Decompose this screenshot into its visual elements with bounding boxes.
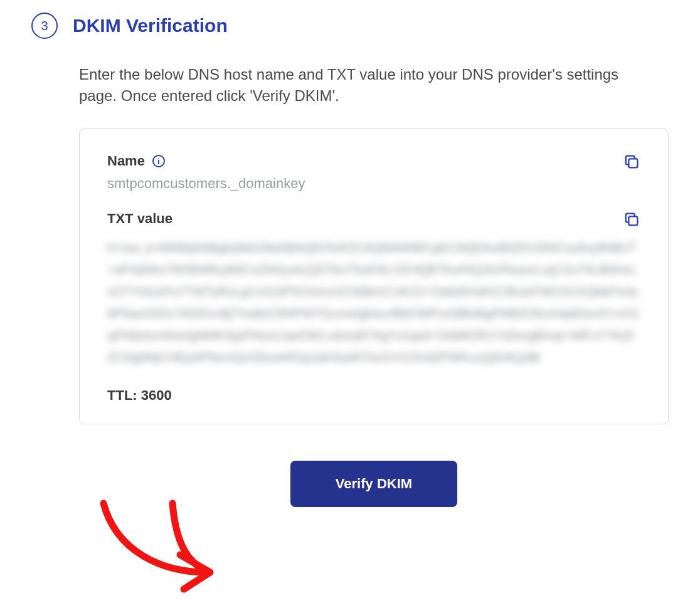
name-label: Name bbox=[107, 153, 145, 169]
ttl-value: 3600 bbox=[141, 387, 172, 403]
info-icon[interactable]: i bbox=[152, 155, 165, 167]
step-title: DKIM Verification bbox=[73, 15, 228, 36]
txt-label: TXT value bbox=[107, 211, 172, 227]
step-header: 3 DKIM Verification bbox=[31, 13, 669, 39]
dns-record-card: Name i smtpcomcustomers._domainkey TXT v… bbox=[79, 128, 669, 424]
step-number-badge: 3 bbox=[31, 13, 58, 39]
copy-txt-button[interactable] bbox=[623, 211, 640, 228]
copy-name-button[interactable] bbox=[623, 153, 640, 170]
svg-rect-1 bbox=[628, 217, 637, 226]
name-field: Name i smtpcomcustomers._domainkey bbox=[107, 153, 640, 192]
txt-value-blurred: k=rsa; p=MIIBIjANBgkqhkiG9w0BAQEFAAOCAQ8… bbox=[107, 237, 640, 369]
step-content: Enter the below DNS host name and TXT va… bbox=[79, 64, 669, 507]
svg-rect-0 bbox=[628, 159, 637, 168]
verify-dkim-button[interactable]: Verify DKIM bbox=[290, 461, 457, 507]
annotation-arrow-icon bbox=[85, 506, 248, 600]
txt-field: TXT value k=rsa; p=MIIBIjANBgkqhkiG9w0BA… bbox=[107, 211, 640, 369]
step-description: Enter the below DNS host name and TXT va… bbox=[79, 64, 644, 106]
ttl-row: TTL3600 bbox=[107, 387, 640, 404]
ttl-label: TTL bbox=[107, 387, 141, 403]
step-number: 3 bbox=[41, 19, 48, 33]
name-value: smtpcomcustomers._domainkey bbox=[107, 176, 640, 192]
